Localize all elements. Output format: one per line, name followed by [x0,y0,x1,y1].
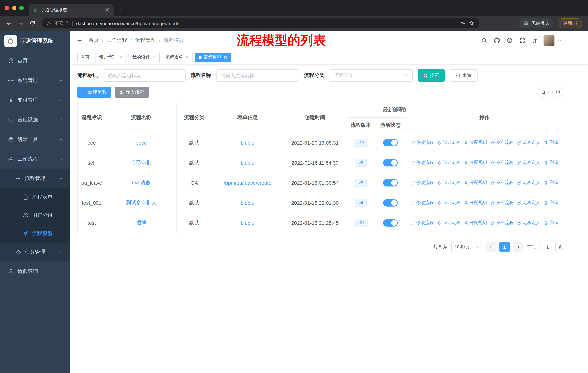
sidebar-item-leave-query[interactable]: 请假查询 [0,262,70,281]
op-assign-link[interactable]: 分配规则 [464,180,487,186]
github-icon[interactable] [494,38,500,43]
active-toggle[interactable] [383,159,398,166]
process-name-link[interactable]: OA 请假 [132,180,151,185]
prev-page-button[interactable] [486,242,496,252]
active-toggle[interactable] [383,179,398,186]
user-menu[interactable] [544,35,562,46]
goto-page-input[interactable] [539,242,556,252]
op-publish-link[interactable]: 发布流程 [491,140,514,146]
op-edit-link[interactable]: 修改流程 [411,200,434,206]
op-delete-link[interactable]: 删除 [544,220,558,226]
form-info-link[interactable]: biubiu [241,160,254,166]
op-design-link[interactable]: 设计流程 [437,180,460,186]
process-name-link[interactable]: 自己审批 [131,160,151,165]
import-process-button[interactable]: 导入流程 [115,87,149,98]
op-publish-link[interactable]: 发布流程 [491,200,514,206]
op-definition-link[interactable]: 流程定义 [517,220,540,226]
op-assign-link[interactable]: 分配规则 [464,160,487,166]
search-button[interactable]: 搜索 [418,69,445,81]
process-name-link[interactable]: eeee [136,140,147,146]
process-category-select[interactable]: 流程分类 [330,69,413,81]
process-name-input[interactable] [216,69,299,81]
op-publish-link[interactable]: 发布流程 [491,180,514,186]
op-definition-link[interactable]: 流程定义 [517,140,540,146]
op-design-link[interactable]: 设计流程 [437,140,460,146]
tag-home[interactable]: 首页 [77,53,93,62]
sidebar-item-workflow[interactable]: 工作流程 [0,149,70,169]
form-info-link[interactable]: biubiu [241,200,254,206]
next-page-button[interactable] [513,242,524,252]
op-definition-link[interactable]: 流程定义 [517,180,540,186]
tag-process-model[interactable]: 流程模型 [195,53,231,62]
fullscreen-icon[interactable] [519,38,525,43]
toggle-search-button[interactable] [538,87,549,98]
op-assign-link[interactable]: 分配规则 [464,220,487,226]
reset-button[interactable]: 重置 [450,69,478,81]
close-icon[interactable] [152,55,156,59]
password-key-icon[interactable] [460,20,466,26]
op-definition-link[interactable]: 流程定义 [517,200,540,206]
search-icon[interactable] [481,38,487,43]
active-toggle[interactable] [383,219,398,227]
breadcrumb-item-workflow[interactable]: 工作流程 [107,37,127,44]
bookmark-star-icon[interactable] [468,20,474,26]
process-name-link[interactable]: 测试多审批人 [126,200,157,205]
app-logo[interactable]: 芋道管理系统 [0,30,70,51]
close-icon[interactable] [223,55,228,59]
sidebar-item-process-form[interactable]: 流程表单 [0,188,70,206]
avatar[interactable] [544,35,555,46]
form-info-link[interactable]: biubiu [241,220,254,226]
op-definition-link[interactable]: 流程定义 [517,160,540,166]
tag-tenant-management[interactable]: 租户管理 [95,53,126,62]
op-design-link[interactable]: 设计流程 [437,220,460,226]
tab-close-icon[interactable] [104,7,110,13]
active-toggle[interactable] [383,199,398,207]
zoom-window-button[interactable] [19,6,24,10]
minimize-window-button[interactable] [12,6,16,10]
sidebar-item-process-model[interactable]: 流程模型 [0,224,70,242]
tag-process-form[interactable]: 流程表单 [162,53,193,62]
sidebar-item-home[interactable]: 首页 [0,51,70,71]
sidebar-item-payment-management[interactable]: 支付管理 [0,90,70,110]
op-edit-link[interactable]: 修改流程 [411,160,434,166]
op-edit-link[interactable]: 修改流程 [411,140,434,146]
question-icon[interactable] [507,38,513,43]
op-delete-link[interactable]: 删除 [544,160,558,166]
op-publish-link[interactable]: 发布流程 [491,220,514,226]
new-tab-button[interactable] [117,4,127,14]
op-delete-link[interactable]: 删除 [544,140,558,146]
op-delete-link[interactable]: 删除 [544,180,558,186]
form-info-link[interactable]: /bpm/oa/leave/create [224,180,271,186]
op-design-link[interactable]: 设计流程 [437,200,460,206]
refresh-table-button[interactable] [552,87,563,98]
back-button[interactable] [4,18,15,29]
breadcrumb-item-home[interactable]: 首页 [89,37,99,44]
browser-tab[interactable]: 芋道管理系统 [29,4,114,16]
reload-button[interactable] [27,18,38,29]
close-window-button[interactable] [5,6,9,10]
breadcrumb-item-process-management[interactable]: 流程管理 [135,37,156,44]
op-publish-link[interactable]: 发布流程 [491,160,514,166]
page-number-button[interactable]: 1 [499,242,510,252]
security-warning-icon[interactable] [47,21,52,26]
sidebar-item-process-management[interactable]: 流程管理 [0,169,70,188]
sidebar-item-system-management[interactable]: 系统管理 [0,71,70,90]
collapse-sidebar-icon[interactable] [76,38,82,43]
browser-menu-kebab-icon[interactable] [574,21,579,26]
process-name-link[interactable]: 滔博 [136,220,146,225]
op-edit-link[interactable]: 修改流程 [411,180,434,186]
page-size-select[interactable]: 10条/页 [451,242,482,252]
sidebar-item-infrastructure[interactable]: 基础设施 [0,110,70,130]
active-toggle[interactable] [383,139,398,146]
process-id-input[interactable] [103,69,186,81]
form-info-link[interactable]: biubiu [241,140,254,146]
sidebar-item-dev-tools[interactable]: 研发工具 [0,130,70,149]
op-edit-link[interactable]: 修改流程 [411,220,434,226]
close-icon[interactable] [119,55,123,59]
browser-update-button[interactable]: 更新 [558,18,582,28]
op-assign-link[interactable]: 分配规则 [464,200,487,206]
create-process-button[interactable]: 新建流程 [77,87,111,98]
sidebar-item-task-management[interactable]: 任务管理 [0,242,70,262]
close-icon[interactable] [185,55,189,59]
forward-button[interactable] [15,18,26,29]
